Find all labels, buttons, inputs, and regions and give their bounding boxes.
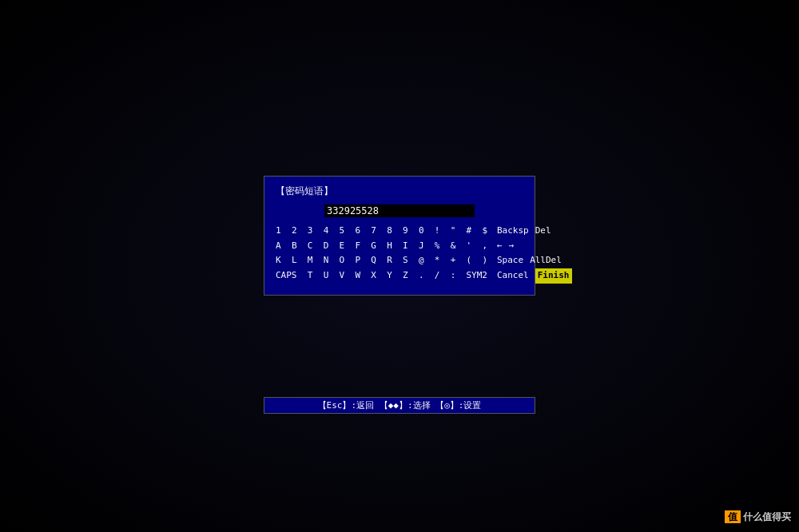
key-v[interactable]: V	[340, 268, 345, 284]
key-lparen[interactable]: (	[467, 253, 472, 268]
key-s[interactable]: S	[403, 253, 408, 268]
watermark: 值 什么值得买	[725, 510, 791, 524]
key-t[interactable]: T	[308, 268, 313, 284]
kb-row-1: 1 2 3 4 5 6 7 8 9 0 ! " #	[276, 224, 487, 239]
kb-row-4: CAPS T U V W X Y Z . / : SYM2	[276, 268, 487, 284]
key-exclaim[interactable]: !	[435, 224, 440, 239]
watermark-text: 什么值得买	[743, 511, 791, 522]
caps-key[interactable]: CAPS	[276, 268, 297, 284]
key-5[interactable]: 5	[340, 224, 345, 239]
key-2[interactable]: 2	[292, 224, 297, 239]
key-w[interactable]: W	[355, 268, 360, 284]
key-r[interactable]: R	[387, 253, 392, 268]
key-at[interactable]: @	[419, 253, 424, 268]
key-h[interactable]: H	[387, 239, 392, 254]
key-z[interactable]: Z	[403, 268, 408, 284]
key-6[interactable]: 6	[355, 224, 360, 239]
key-8[interactable]: 8	[387, 224, 392, 239]
key-k[interactable]: K	[276, 253, 281, 268]
key-7[interactable]: 7	[371, 224, 376, 239]
key-plus[interactable]: +	[451, 253, 456, 268]
key-sym2[interactable]: SYM2	[467, 268, 488, 284]
action-row-1: Backsp Del	[497, 224, 551, 239]
alldel-button[interactable]: AllDel	[530, 253, 562, 268]
status-text: 【Esc】:返回 【◆◆】:选择 【◎】:设置	[318, 400, 482, 411]
key-slash[interactable]: /	[435, 268, 440, 284]
action-row-4: Cancel Finish	[497, 268, 572, 284]
key-4[interactable]: 4	[324, 224, 329, 239]
key-amp[interactable]: &	[451, 239, 456, 254]
key-e[interactable]: E	[340, 239, 345, 254]
status-bar: 【Esc】:返回 【◆◆】:选择 【◎】:设置	[264, 397, 535, 414]
key-f[interactable]: F	[355, 239, 360, 254]
key-9[interactable]: 9	[403, 224, 408, 239]
left-arrow-button[interactable]: ←	[497, 239, 503, 254]
keyboard-actions: Backsp Del ← → Space AllDel	[497, 224, 572, 284]
key-rparen[interactable]: )	[482, 253, 487, 268]
key-comma[interactable]: ,	[482, 239, 487, 254]
key-a[interactable]: A	[276, 239, 281, 254]
key-q[interactable]: Q	[371, 253, 376, 268]
key-u[interactable]: U	[324, 268, 329, 284]
key-i[interactable]: I	[403, 239, 408, 254]
keyboard-main: 1 2 3 4 5 6 7 8 9 0 ! " #	[276, 224, 487, 284]
keyboard-area: 1 2 3 4 5 6 7 8 9 0 ! " #	[276, 224, 523, 284]
password-input[interactable]	[324, 204, 475, 217]
key-apos[interactable]: '	[467, 239, 472, 254]
del-button[interactable]: Del	[535, 224, 551, 239]
key-m[interactable]: M	[308, 253, 313, 268]
key-percent[interactable]: %	[435, 239, 440, 254]
space-button[interactable]: Space	[497, 253, 523, 268]
key-j[interactable]: J	[419, 239, 424, 254]
key-1[interactable]: 1	[276, 224, 281, 239]
key-dollar[interactable]: $	[482, 224, 487, 239]
finish-button[interactable]: Finish	[535, 268, 572, 284]
key-dot[interactable]: .	[419, 268, 424, 284]
key-p[interactable]: P	[355, 253, 360, 268]
key-star[interactable]: *	[435, 253, 440, 268]
key-colon[interactable]: :	[451, 268, 456, 284]
key-o[interactable]: O	[340, 253, 345, 268]
kb-row-3: K L M N O P Q R S @ * + (	[276, 253, 487, 268]
key-x[interactable]: X	[371, 268, 376, 284]
key-3[interactable]: 3	[308, 224, 313, 239]
kb-row-2: A B C D E F G H I J % & '	[276, 239, 487, 254]
key-c[interactable]: C	[308, 239, 313, 254]
backsp-button[interactable]: Backsp	[497, 224, 529, 239]
key-g[interactable]: G	[371, 239, 376, 254]
key-n[interactable]: N	[324, 253, 329, 268]
key-hash[interactable]: #	[467, 224, 472, 239]
watermark-icon: 值	[725, 510, 741, 523]
cancel-button[interactable]: Cancel	[497, 268, 529, 284]
key-d[interactable]: D	[324, 239, 329, 254]
dialog-box: 【密码短语】 1 2 3 4 5 6 7 8 9	[264, 176, 535, 296]
key-b[interactable]: B	[292, 239, 297, 254]
key-l[interactable]: L	[292, 253, 297, 268]
right-arrow-button[interactable]: →	[509, 239, 515, 254]
screen: 【密码短语】 1 2 3 4 5 6 7 8 9	[0, 0, 799, 532]
key-y[interactable]: Y	[387, 268, 392, 284]
key-0[interactable]: 0	[419, 224, 424, 239]
action-row-2: ← →	[497, 239, 514, 254]
dialog-title: 【密码短语】	[276, 185, 523, 198]
action-row-3: Space AllDel	[497, 253, 562, 268]
key-quote[interactable]: "	[451, 224, 456, 239]
